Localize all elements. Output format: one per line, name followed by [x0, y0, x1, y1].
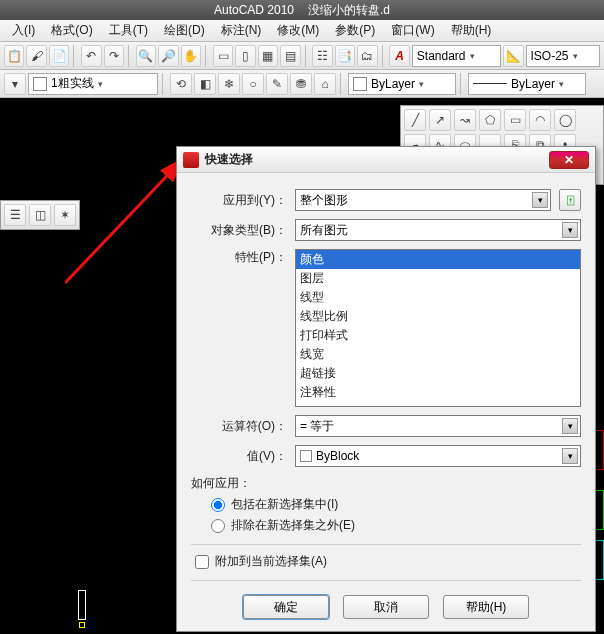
apply-to-combo[interactable]: 整个图形 ▾ — [295, 189, 551, 211]
dialog-body: 应用到(Y)： 整个图形 ▾ ⍐ 对象类型(B)： 所有图元 ▾ 特性(P)： … — [177, 173, 595, 631]
radio-include-label: 包括在新选择集中(I) — [231, 496, 338, 513]
qselect-icon[interactable]: ☰ — [4, 204, 26, 226]
menu-help[interactable]: 帮助(H) — [443, 20, 500, 41]
radio-include[interactable]: 包括在新选择集中(I) — [211, 496, 581, 513]
linetype-value: 1粗实线 — [51, 75, 94, 92]
dim-style-combo[interactable]: ISO-25 ▾ — [526, 45, 601, 67]
layerctl-icon[interactable]: ▾ — [4, 73, 26, 95]
check-append-input[interactable] — [195, 555, 209, 569]
radio-exclude-input[interactable] — [211, 519, 225, 533]
xline-icon[interactable]: ↗ — [429, 109, 451, 131]
layer-prev-icon[interactable]: ⟲ — [170, 73, 192, 95]
match-icon[interactable]: 🖌 — [26, 45, 46, 67]
radio-exclude-label: 排除在新选择集之外(E) — [231, 517, 355, 534]
layer-freeze-icon[interactable]: ❄ — [218, 73, 240, 95]
linetype2-value: ByLayer — [511, 77, 555, 91]
arc-icon[interactable]: ◠ — [529, 109, 551, 131]
line-sample-icon — [473, 83, 507, 84]
value-value: ByBlock — [316, 449, 359, 463]
object-type-label: 对象类型(B)： — [191, 222, 287, 239]
canvas-primitive — [75, 590, 89, 630]
paste-icon[interactable]: 📋 — [4, 45, 24, 67]
list-item[interactable]: 注释性 — [296, 383, 580, 402]
cancel-button[interactable]: 取消 — [343, 595, 429, 619]
dialog-buttons: 确定 取消 帮助(H) — [191, 589, 581, 621]
chevron-down-icon: ▾ — [573, 51, 578, 61]
radio-include-input[interactable] — [211, 498, 225, 512]
linetype2-combo[interactable]: ByLayer ▾ — [468, 73, 586, 95]
list-item[interactable]: 打印样式 — [296, 326, 580, 345]
menu-bar: 入(I) 格式(O) 工具(T) 绘图(D) 标注(N) 修改(M) 参数(P)… — [0, 20, 604, 42]
list-item[interactable]: 线宽 — [296, 345, 580, 364]
viewport1-icon[interactable]: ▭ — [213, 45, 233, 67]
rectangle-icon[interactable]: ▭ — [504, 109, 526, 131]
list-item[interactable]: 图层 — [296, 269, 580, 288]
layer-color-combo[interactable]: ByLayer ▾ — [348, 73, 456, 95]
text-style-icon[interactable]: A — [389, 45, 409, 67]
menu-format[interactable]: 格式(O) — [43, 20, 100, 41]
menu-draw[interactable]: 绘图(D) — [156, 20, 213, 41]
operator-value: = 等于 — [300, 418, 334, 435]
select-objects-button[interactable]: ⍐ — [559, 189, 581, 211]
menu-parameter[interactable]: 参数(P) — [327, 20, 383, 41]
clipboard-icon[interactable]: 📄 — [49, 45, 69, 67]
close-icon: ✕ — [564, 153, 574, 167]
layer-cur-icon[interactable]: ⌂ — [314, 73, 336, 95]
help-button[interactable]: 帮助(H) — [443, 595, 529, 619]
pan-icon[interactable]: ✋ — [181, 45, 201, 67]
list-item[interactable]: 颜色 — [296, 250, 580, 269]
check-append-label: 附加到当前选择集(A) — [215, 553, 327, 570]
selcycle-icon[interactable]: ◫ — [29, 204, 51, 226]
tool-palette-icon[interactable]: 🗂 — [357, 45, 377, 67]
redo-icon[interactable]: ↷ — [104, 45, 124, 67]
radio-exclude[interactable]: 排除在新选择集之外(E) — [211, 517, 581, 534]
object-type-combo[interactable]: 所有图元 ▾ — [295, 219, 581, 241]
text-style-combo[interactable]: Standard ▾ — [412, 45, 501, 67]
viewport3-icon[interactable]: ▦ — [258, 45, 278, 67]
list-item[interactable]: 线型 — [296, 288, 580, 307]
list-item[interactable]: 线型比例 — [296, 307, 580, 326]
apply-to-label: 应用到(Y)： — [191, 192, 287, 209]
menu-dimension[interactable]: 标注(N) — [213, 20, 270, 41]
polyline-icon[interactable]: ↝ — [454, 109, 476, 131]
menu-modify[interactable]: 修改(M) — [269, 20, 327, 41]
circle-icon[interactable]: ◯ — [554, 109, 576, 131]
check-append[interactable]: 附加到当前选择集(A) — [195, 553, 581, 570]
list-item[interactable]: 超链接 — [296, 364, 580, 383]
undo-icon[interactable]: ↶ — [81, 45, 101, 67]
zoom-prev-icon[interactable]: 🔎 — [158, 45, 178, 67]
apply-to-value: 整个图形 — [300, 192, 348, 209]
layer-color-value: ByLayer — [371, 77, 415, 91]
layer-state-icon[interactable]: ⛃ — [290, 73, 312, 95]
ok-button[interactable]: 确定 — [243, 595, 329, 619]
props-icon[interactable]: ☷ — [312, 45, 332, 67]
viewport4-icon[interactable]: ▤ — [280, 45, 300, 67]
toolbar-row-1: 📋 🖌 📄 ↶ ↷ 🔍 🔎 ✋ ▭ ▯ ▦ ▤ ☷ 📑 🗂 A Standard… — [0, 42, 604, 70]
polygon-icon[interactable]: ⬠ — [479, 109, 501, 131]
line-icon[interactable]: ╱ — [404, 109, 426, 131]
layer-off-icon[interactable]: ○ — [242, 73, 264, 95]
close-button[interactable]: ✕ — [549, 151, 589, 169]
linetype-combo[interactable]: 1粗实线 ▾ — [28, 73, 158, 95]
sheet-icon[interactable]: 📑 — [335, 45, 355, 67]
menu-window[interactable]: 窗口(W) — [383, 20, 442, 41]
menu-tools[interactable]: 工具(T) — [101, 20, 156, 41]
menu-insert[interactable]: 入(I) — [4, 20, 43, 41]
quickcalc-icon[interactable]: ✶ — [54, 204, 76, 226]
operator-combo[interactable]: = 等于 ▾ — [295, 415, 581, 437]
viewport2-icon[interactable]: ▯ — [235, 45, 255, 67]
dim-style-icon[interactable]: 📐 — [503, 45, 523, 67]
layer-match-icon[interactable]: ✎ — [266, 73, 288, 95]
layer-iso-icon[interactable]: ◧ — [194, 73, 216, 95]
separator — [191, 580, 581, 581]
chevron-down-icon: ▾ — [562, 222, 578, 238]
zoom-window-icon[interactable]: 🔍 — [136, 45, 156, 67]
value-label: 值(V)： — [191, 448, 287, 465]
value-combo[interactable]: ByBlock ▾ — [295, 445, 581, 467]
chevron-down-icon: ▾ — [419, 79, 424, 89]
chevron-down-icon: ▾ — [532, 192, 548, 208]
chevron-down-icon: ▾ — [562, 448, 578, 464]
properties-listbox[interactable]: 颜色 图层 线型 线型比例 打印样式 线宽 超链接 注释性 — [295, 249, 581, 407]
app-title: AutoCAD 2010 — [214, 3, 294, 17]
dialog-titlebar[interactable]: 快速选择 ✕ — [177, 147, 595, 173]
